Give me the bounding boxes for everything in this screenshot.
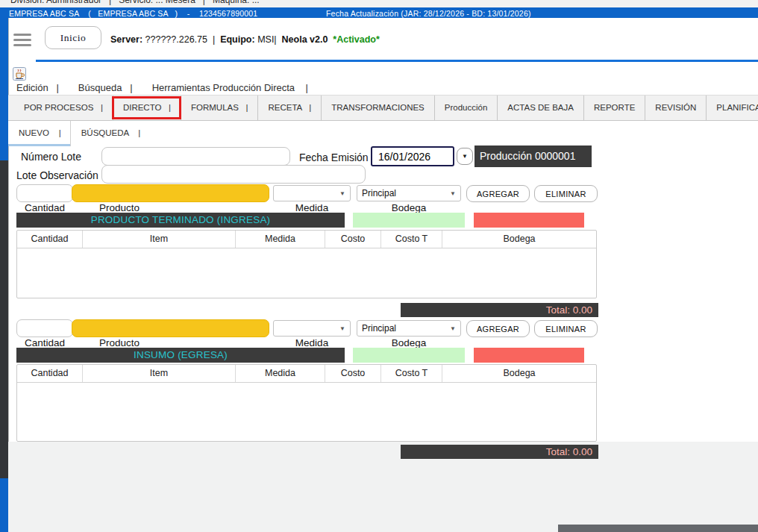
fecha-emision-input[interactable] [371,146,454,166]
egresa-medida-select[interactable]: ▼ [273,320,351,337]
menu-icon[interactable] [13,34,31,46]
tab-transformaciones[interactable]: TRANSFORMACIONES [322,96,435,120]
col-costo-t: Costo T [381,231,442,248]
col-medida: Medida [236,231,325,248]
chevron-down-icon: ▼ [450,186,456,201]
red-status-box [474,213,584,228]
server-value: ??????.226.75 [142,34,213,45]
col-costo-t: Costo T [381,365,442,382]
produccion-number-badge: Producción 0000001 [474,145,592,167]
tab-directo[interactable]: DIRECTO | [113,96,181,120]
tab-directo-label: DIRECTO | [123,103,171,112]
col-item: Item [83,231,236,248]
equipo-value: MSI| [255,34,282,45]
ingresa-cantidad-input[interactable] [16,184,73,202]
ingresa-total: Total: 0.00 [401,303,598,317]
subtab-nuevo[interactable]: NUEVO | [8,121,71,146]
ingresa-agregar-button[interactable]: AGREGAR [466,185,530,202]
tab-por-procesos[interactable]: POR PROCESOS | [14,96,113,120]
chevron-down-icon: ▼ [450,321,456,336]
col-bodega: Bodega [442,231,596,248]
tab-formulas[interactable]: FORMULAS | [181,96,258,120]
cantidad-label: Cantidad [16,202,73,213]
company-title: EMPRESA ABC SA ( EMPRESA ABC SA ) - 1234… [9,9,257,18]
menu-busqueda[interactable]: Búsqueda | [78,82,133,95]
home-button[interactable]: Inicio [45,26,101,49]
col-costo: Costo [325,365,381,382]
col-item: Item [83,365,236,382]
subtab-busqueda[interactable]: BÚSQUEDA | [71,121,150,146]
numero-lote-input[interactable] [101,147,290,166]
egresa-cantidad-input[interactable] [16,319,73,337]
tab-reporte[interactable]: REPORTE [584,96,645,120]
tab-produccion[interactable]: Producción [435,96,498,120]
green-status-box [353,348,465,363]
col-medida: Medida [236,365,325,382]
ingresa-items-table: Cantidad Item Medida Costo Costo T Bodeg… [16,230,597,298]
bodega-label: Bodega [357,337,461,348]
ingresa-medida-select[interactable]: ▼ [273,185,351,201]
egresa-items-table: Cantidad Item Medida Costo Costo T Bodeg… [16,364,597,442]
col-cantidad: Cantidad [17,231,83,248]
red-status-box [474,348,584,363]
medida-label: Medida [273,202,351,213]
java-cup-icon [13,67,26,81]
ingresa-producto-input[interactable] [72,184,269,202]
numero-lote-label: Número Lote [21,151,81,163]
header-divider [36,60,758,62]
left-edge-strip-bottom [0,478,8,532]
menu-edicion[interactable]: Edición | [16,82,59,95]
ingresa-section-header: PRODUCTO TERMINADO (INGRESA) [16,213,345,228]
tab-actas-de-baja[interactable]: ACTAS DE BAJA [498,96,584,120]
sub-tabs: NUEVO | BÚSQUEDA | [8,121,758,146]
server-status-line: Server: ??????.226.75 | Equipo: MSI| Neo… [110,34,380,45]
server-label: Server: [110,34,142,45]
col-bodega: Bodega [442,365,596,382]
tab-revision[interactable]: REVISIÓN [645,96,707,120]
egresa-bodega-select[interactable]: Principal▼ [357,320,461,337]
table-body-empty [17,383,596,442]
bodega-label: Bodega [357,202,461,213]
egresa-section-header: INSUMO (EGRESA) [16,348,345,363]
table-header-row: Cantidad Item Medida Costo Costo T Bodeg… [17,231,596,248]
producto-label: Producto [99,337,140,348]
tab-planificacion[interactable]: PLANIFICACIÓN | [707,96,758,120]
table-header-row: Cantidad Item Medida Costo Costo T Bodeg… [17,365,596,383]
fecha-emision-label: Fecha Emisión [299,151,369,163]
activation-status: *Activado* [328,34,379,45]
left-edge-strip-middle [0,160,8,478]
bottom-right-window-fragment [558,525,758,532]
app-version: Neola v2.0 [282,34,328,45]
menubar: Edición | Búsqueda | Herramientas Produc… [16,82,308,95]
module-tabs: POR PROCESOS | DIRECTO | FORMULAS | RECE… [8,96,758,121]
cantidad-label: Cantidad [16,337,73,348]
egresa-eliminar-button[interactable]: ELIMINAR [534,320,598,337]
app-window: División: Administrador | Servicio: ... … [0,0,758,532]
bodega-selected-value: Principal [362,323,396,334]
lote-observacion-input[interactable] [101,165,366,184]
table-body-empty [17,248,596,298]
tab-receta[interactable]: RECETA | [258,96,322,120]
egresa-agregar-button[interactable]: AGREGAR [466,320,530,337]
bodega-selected-value: Principal [362,188,396,198]
equipo-label: Equipo: [215,34,254,45]
egresa-total: Total: 0.00 [401,445,598,459]
chevron-down-icon: ▼ [462,153,468,160]
producto-label: Producto [99,202,140,213]
menu-herramientas[interactable]: Herramientas Producción Directa | [152,82,308,95]
ingresa-bodega-select[interactable]: Principal▼ [357,185,461,201]
ingresa-eliminar-button[interactable]: ELIMINAR [534,185,598,202]
calendar-dropdown-button[interactable]: ▼ [457,148,473,165]
col-cantidad: Cantidad [17,365,83,382]
chevron-down-icon: ▼ [339,321,345,336]
clipped-background-window-text: División: Administrador | Servicio: ... … [10,0,260,7]
update-date-info: Fecha Actualización (JAR: 28/12/2026 - B… [326,9,531,18]
titlebar: EMPRESA ABC SA ( EMPRESA ABC SA ) - 1234… [0,7,758,19]
col-costo: Costo [325,231,381,248]
medida-label: Medida [273,337,351,348]
chevron-down-icon: ▼ [339,186,345,201]
green-status-box [353,213,465,228]
left-edge-strip-top [0,7,8,160]
egresa-producto-input[interactable] [72,319,269,337]
lote-observacion-label: Lote Observación [16,169,98,181]
